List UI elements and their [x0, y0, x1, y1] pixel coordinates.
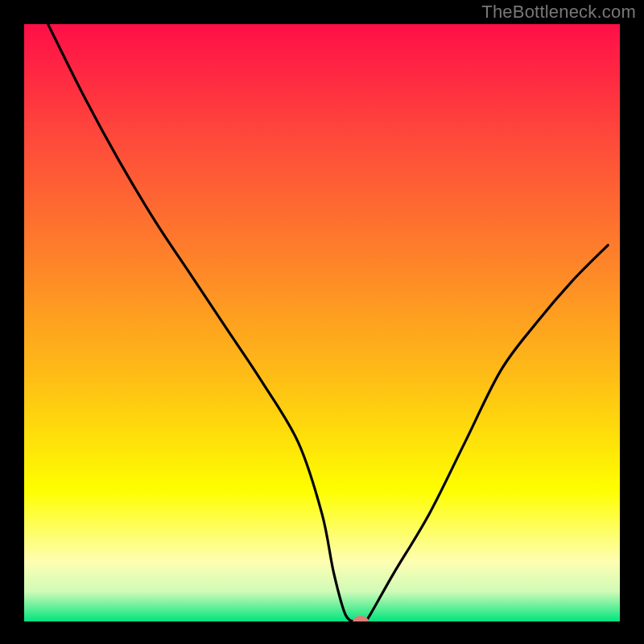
chart-canvas [0, 0, 644, 644]
watermark-text: TheBottleneck.com [481, 2, 636, 23]
chart-frame: TheBottleneck.com [0, 0, 644, 644]
plot-background [24, 24, 620, 621]
sweet-spot-marker [353, 616, 369, 627]
